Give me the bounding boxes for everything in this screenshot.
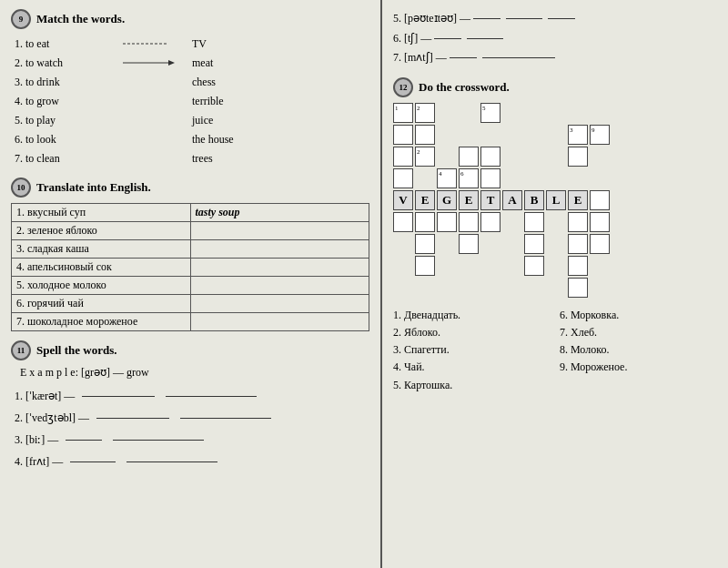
cw-r6c6[interactable] (524, 234, 544, 254)
cw-r6c3[interactable] (459, 234, 479, 254)
cw-cell-col0-r2[interactable] (393, 147, 413, 167)
svg-marker-2 (168, 60, 175, 66)
line-5a[interactable] (473, 18, 500, 19)
phonetic-5: 5. [pəʊteɪtəʊ] — (393, 9, 470, 29)
cw-cell-3-top[interactable]: 3 (568, 125, 588, 145)
cw-9-side[interactable] (590, 190, 610, 210)
answer-line-2a[interactable] (96, 418, 169, 419)
english-answer[interactable] (190, 259, 369, 277)
cw-L[interactable]: L (546, 190, 566, 210)
cw-below-t[interactable] (480, 212, 500, 232)
cw-r6c9[interactable] (590, 234, 610, 254)
russian-text: 7. шоколадное мороженое (12, 313, 191, 331)
answer-line-3a[interactable] (66, 440, 102, 441)
line-7a[interactable] (450, 57, 477, 58)
cw-below-b[interactable] (524, 212, 544, 232)
table-row: 7. шоколадное мороженое (12, 313, 369, 331)
crossword-grid: 1 2 5 2 3 9 (393, 103, 703, 303)
cw-r7c6[interactable] (524, 256, 544, 276)
cw-below-e3[interactable] (568, 212, 588, 232)
russian-text: 1. вкусный суп (12, 204, 191, 222)
line-5b[interactable] (506, 18, 542, 19)
english-answer[interactable] (190, 222, 369, 240)
cw-E2[interactable]: E (459, 190, 479, 210)
cw-cell-5-2[interactable] (480, 168, 500, 188)
list-item: meat (192, 54, 283, 73)
english-text[interactable]: tasty soup (190, 204, 369, 222)
spell-icon: 11 (11, 340, 31, 360)
cw-E3[interactable]: E (568, 190, 588, 210)
cw-below-g[interactable] (437, 212, 457, 232)
cw-cell-1-0[interactable]: 1 (393, 103, 413, 123)
crossword-header: 12 Do the crossword. (393, 77, 717, 97)
cw-E1[interactable]: E (415, 190, 435, 210)
cw-cell-2-0[interactable]: 2 (415, 103, 435, 123)
list-item: trees (192, 149, 283, 168)
answer-line-4a[interactable] (70, 462, 116, 462)
cw-below-v[interactable] (393, 212, 413, 232)
cw-cell-r2c3[interactable] (459, 147, 479, 167)
table-row: 5. холодное молоко (12, 277, 369, 295)
clue-7: 7. Хлеб. (560, 324, 717, 341)
answer-line-1b[interactable] (166, 396, 257, 397)
english-answer[interactable] (190, 240, 369, 259)
russian-text: 6. горячий чай (12, 295, 191, 313)
phonetic-6: 6. [tʃ] — (393, 29, 431, 49)
answer-line-2b[interactable] (180, 418, 271, 419)
cw-r7c1[interactable] (415, 256, 435, 276)
crossword-clues: 1. Двенадцать. 2. Яблоко. 3. Спагетти. 4… (393, 307, 717, 394)
left-panel: 9 Match the words. 1. to eat 2. to watch… (0, 0, 382, 568)
cw-cell-6-0[interactable]: 6 (459, 168, 479, 188)
cw-9-below[interactable] (590, 212, 610, 232)
cw-cell-5-1[interactable] (480, 147, 500, 167)
cw-cell-col0-r3[interactable] (393, 168, 413, 188)
table-row: 1. вкусный суп tasty soup (12, 204, 369, 222)
spell-right-item-7: 7. [mʌtʃ] — (393, 48, 717, 68)
cw-r6c1[interactable] (415, 234, 435, 254)
cw-cell-col1-r1[interactable] (415, 125, 435, 145)
cw-r8c8[interactable] (568, 278, 588, 298)
cw-T[interactable]: T (480, 190, 500, 210)
crossword-title: Do the crossword. (419, 80, 510, 95)
cw-cell-5-0[interactable]: 5 (480, 103, 500, 123)
translate-section: 10 Translate into English. 1. вкусный су… (11, 178, 369, 331)
cw-V[interactable]: V (393, 190, 413, 210)
cw-r6c8[interactable] (568, 234, 588, 254)
cw-G[interactable]: G (437, 190, 457, 210)
spell-header: 11 Spell the words. (11, 340, 369, 360)
phonetic-1: 1. [ˈkærət] — (15, 385, 75, 407)
cw-r7c8[interactable] (568, 256, 588, 276)
cw-cell-col1-r2[interactable]: 2 (415, 147, 435, 167)
clue-9: 9. Мороженое. (560, 359, 717, 376)
clue-8: 8. Молоко. (560, 341, 717, 359)
cw-below-e1[interactable] (415, 212, 435, 232)
line-7b[interactable] (482, 57, 555, 58)
clue-1: 1. Двенадцать. (393, 307, 551, 324)
answer-line-1a[interactable] (82, 396, 155, 397)
english-answer[interactable] (190, 277, 369, 295)
answer-line-3b[interactable] (113, 440, 204, 441)
list-item: terrible (192, 92, 283, 111)
line-6b[interactable] (467, 38, 503, 39)
cw-cell-4-0[interactable]: 4 (437, 168, 457, 188)
russian-text: 5. холодное молоко (12, 277, 191, 295)
cw-A[interactable]: A (502, 190, 522, 210)
translate-table: 1. вкусный суп tasty soup 2. зеленое ябл… (11, 203, 369, 331)
english-answer[interactable] (190, 313, 369, 331)
cw-below-e2[interactable] (459, 212, 479, 232)
cw-cell-r2-right[interactable] (568, 147, 588, 167)
line-6a[interactable] (434, 38, 461, 39)
line-5c[interactable] (548, 18, 575, 19)
clue-3: 3. Спагетти. (393, 341, 551, 359)
cw-cell-col0-r1[interactable] (393, 125, 413, 145)
translate-header: 10 Translate into English. (11, 178, 369, 198)
list-item: TV (192, 35, 283, 54)
match-content: 1. to eat 2. to watch 3. to drink 4. to … (11, 35, 369, 168)
cw-B[interactable]: B (524, 190, 544, 210)
russian-text: 2. зеленое яблоко (12, 222, 191, 240)
answer-line-4b[interactable] (126, 462, 217, 462)
spell-right-item-6: 6. [tʃ] — (393, 29, 717, 49)
english-answer[interactable] (190, 295, 369, 313)
match-section: 9 Match the words. 1. to eat 2. to watch… (11, 9, 369, 168)
cw-cell-9-top[interactable]: 9 (590, 125, 610, 145)
